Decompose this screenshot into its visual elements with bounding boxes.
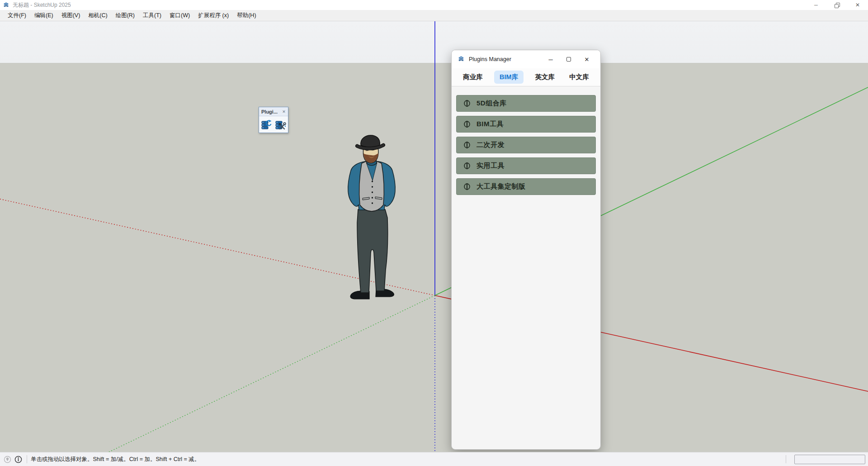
- window-title: 无标题 - SketchUp 2025: [13, 1, 71, 9]
- tab-chinese-library[interactable]: 中文库: [566, 71, 592, 84]
- menu-extensions[interactable]: 扩展程序 (x): [194, 10, 233, 21]
- plugin-category-label: 5D组合库: [476, 99, 507, 108]
- status-divider: [786, 455, 786, 463]
- menu-camera[interactable]: 相机(C): [84, 10, 111, 21]
- mini-toolbar-titlebar[interactable]: Plugi... ✕: [259, 107, 288, 116]
- status-divider: [27, 455, 27, 463]
- dialog-maximize-icon[interactable]: [560, 50, 578, 68]
- plugin-category-5d[interactable]: 5D组合库: [456, 95, 596, 112]
- menu-window[interactable]: 窗口(W): [165, 10, 194, 21]
- restore-icon[interactable]: [826, 0, 847, 10]
- menu-help[interactable]: 帮助(H): [233, 10, 260, 21]
- measurements-input[interactable]: [794, 455, 865, 464]
- menu-draw[interactable]: 绘图(R): [112, 10, 139, 21]
- toggle-state-icon: [463, 162, 471, 170]
- plugins-manager-dialog: Plugins Manager ─ ✕ 商业库 BIM库 英文库 中文库: [451, 50, 601, 450]
- plugin-category-list: 5D组合库 BIM工具 二次开发: [452, 86, 600, 204]
- axis-green-dotted: [109, 295, 435, 452]
- instructor-help-button[interactable]: [13, 454, 23, 464]
- window-titlebar: 无标题 - SketchUp 2025 ─ ✕: [0, 0, 868, 10]
- plugin-category-big-toolset[interactable]: 大工具集定制版: [456, 178, 596, 195]
- plugin-category-secondary-dev[interactable]: 二次开发: [456, 137, 596, 153]
- window-controls: ─ ✕: [806, 0, 868, 10]
- plugins-mini-toolbar: Plugi... ✕: [259, 107, 288, 133]
- tool-hint-text: 单击或拖动以选择对象。Shift = 加/减。Ctrl = 加。Shift + …: [31, 456, 200, 463]
- sketchup-logo-icon: [458, 56, 465, 63]
- measurements-area: [782, 455, 868, 464]
- dialog-minimize-icon[interactable]: ─: [542, 50, 560, 68]
- plugin-tools-icon: [275, 119, 286, 130]
- geolocation-button[interactable]: [2, 454, 12, 464]
- drawing-axes: [0, 21, 868, 452]
- close-icon[interactable]: ✕: [847, 0, 868, 10]
- dialog-title: Plugins Manager: [469, 56, 511, 62]
- dialog-controls: ─ ✕: [542, 50, 596, 68]
- sketchup-window: 无标题 - SketchUp 2025 ─ ✕ 文件(F) 编辑(E) 视图(V…: [0, 0, 868, 466]
- menu-bar: 文件(F) 编辑(E) 视图(V) 相机(C) 绘图(R) 工具(T) 窗口(W…: [0, 10, 868, 21]
- minimize-icon[interactable]: ─: [806, 0, 826, 10]
- tab-commercial-library[interactable]: 商业库: [460, 71, 486, 84]
- toggle-state-icon: [463, 120, 471, 128]
- plugin-tools-button[interactable]: [275, 119, 287, 131]
- plugin-category-label: 二次开发: [476, 141, 505, 149]
- reload-plugins-button[interactable]: [261, 119, 273, 131]
- status-bar: 单击或拖动以选择对象。Shift = 加/减。Ctrl = 加。Shift + …: [0, 452, 868, 466]
- model-viewport[interactable]: Plugi... ✕: [0, 21, 868, 452]
- mini-toolbar-close-icon[interactable]: ✕: [281, 109, 287, 114]
- dialog-close-icon[interactable]: ✕: [578, 50, 596, 68]
- plugin-category-bim-tools[interactable]: BIM工具: [456, 116, 596, 133]
- toggle-state-icon: [463, 183, 471, 190]
- tab-english-library[interactable]: 英文库: [532, 71, 558, 84]
- menu-file[interactable]: 文件(F): [4, 10, 30, 21]
- toggle-state-icon: [463, 141, 471, 149]
- tab-bim-library[interactable]: BIM库: [494, 71, 524, 84]
- library-tabs: 商业库 BIM库 英文库 中文库: [452, 68, 600, 86]
- reload-plugins-icon: [261, 119, 272, 130]
- dialog-titlebar[interactable]: Plugins Manager ─ ✕: [452, 50, 600, 68]
- plugin-category-label: 大工具集定制版: [476, 182, 526, 191]
- geolocation-icon: [4, 456, 11, 463]
- scale-figure: [344, 134, 400, 306]
- menu-edit[interactable]: 编辑(E): [30, 10, 57, 21]
- plugin-category-label: BIM工具: [476, 120, 504, 128]
- plugin-category-utility-tools[interactable]: 实用工具: [456, 157, 596, 174]
- info-icon: [14, 456, 22, 463]
- menu-tools[interactable]: 工具(T): [139, 10, 165, 21]
- figure-pants: [357, 209, 388, 293]
- menu-view[interactable]: 视图(V): [57, 10, 85, 21]
- mini-toolbar-title: Plugi...: [261, 109, 281, 114]
- figure-hat-dome: [361, 135, 380, 147]
- toggle-state-icon: [463, 100, 471, 107]
- sketchup-logo-icon: [3, 2, 9, 9]
- plugin-category-label: 实用工具: [476, 162, 505, 170]
- mini-toolbar-body: [259, 116, 288, 133]
